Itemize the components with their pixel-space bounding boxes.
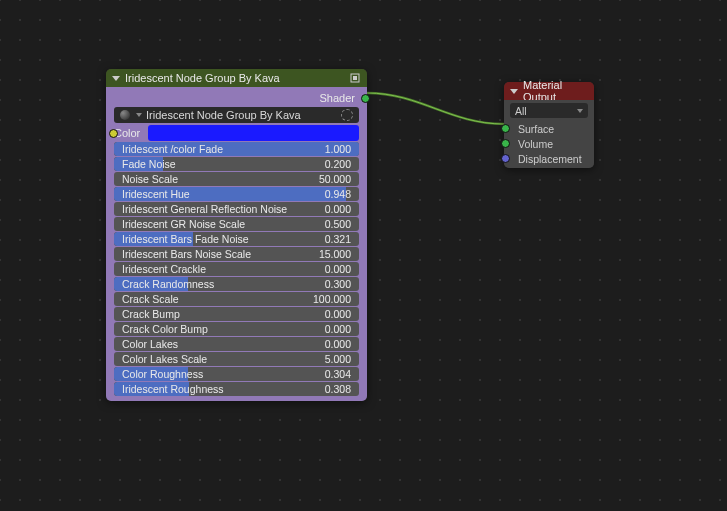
- slider-value: 0.000: [325, 338, 359, 350]
- slider-label: Color Roughness: [114, 368, 203, 380]
- volume-input-socket[interactable]: [501, 139, 510, 148]
- slider-noise-scale[interactable]: Noise Scale50.000: [114, 172, 359, 186]
- slider-value: 0.300: [325, 278, 359, 290]
- slider-label: Iridescent Hue: [114, 188, 190, 200]
- node-options-icon[interactable]: [349, 72, 361, 84]
- slider-crack-color-bump[interactable]: Crack Color Bump0.000: [114, 322, 359, 336]
- slider-crack-scale[interactable]: Crack Scale100.000: [114, 292, 359, 306]
- node-body: Shader Iridescent Node Group By Kava Col…: [106, 87, 367, 401]
- slider-value: 1.000: [325, 143, 359, 155]
- slider-iridescent-bars-noise-scale[interactable]: Iridescent Bars Noise Scale15.000: [114, 247, 359, 261]
- slider-value: 0.000: [325, 263, 359, 275]
- slider-iridescent-general-reflection-noise[interactable]: Iridescent General Reflection Noise0.000: [114, 202, 359, 216]
- slider-value: 0.321: [325, 233, 359, 245]
- slider-iridescent-hue[interactable]: Iridescent Hue0.948: [114, 187, 359, 201]
- volume-input-row: Volume: [506, 136, 592, 151]
- material-output-node[interactable]: Material Output All SurfaceVolumeDisplac…: [504, 82, 594, 168]
- nodegroup-type-selector[interactable]: Iridescent Node Group By Kava: [114, 107, 359, 123]
- slider-label: Iridescent Crackle: [114, 263, 206, 275]
- slider-label: Iridescent Bars Noise Scale: [114, 248, 251, 260]
- nodegroup-type-name: Iridescent Node Group By Kava: [146, 109, 301, 121]
- slider-value: 0.000: [325, 203, 359, 215]
- surface-label: Surface: [518, 123, 554, 135]
- slider-label: Noise Scale: [114, 173, 178, 185]
- slider-label: Color Lakes Scale: [114, 353, 207, 365]
- color-label: Color: [114, 127, 144, 139]
- slider-label: Color Lakes: [114, 338, 178, 350]
- shader-output-socket[interactable]: [361, 94, 370, 103]
- displacement-label: Displacement: [518, 153, 582, 165]
- output-shader-label: Shader: [320, 92, 355, 104]
- slider-label: Crack Scale: [114, 293, 179, 305]
- node-header[interactable]: Material Output: [504, 82, 594, 100]
- slider-label: Iridescent GR Noise Scale: [114, 218, 245, 230]
- slider-color-lakes-scale[interactable]: Color Lakes Scale5.000: [114, 352, 359, 366]
- slider-color-lakes[interactable]: Color Lakes0.000: [114, 337, 359, 351]
- slider-color-roughness[interactable]: Color Roughness0.304: [114, 367, 359, 381]
- slider-value: 100.000: [313, 293, 359, 305]
- slider-value: 0.000: [325, 323, 359, 335]
- surface-input-socket[interactable]: [501, 124, 510, 133]
- slider-value: 0.200: [325, 158, 359, 170]
- chevron-down-icon: [136, 113, 142, 117]
- slider-label: Crack Color Bump: [114, 323, 208, 335]
- material-sphere-icon: [120, 110, 130, 120]
- svg-rect-1: [353, 76, 357, 80]
- color-input-row: Color: [114, 125, 359, 141]
- displacement-input-socket[interactable]: [501, 154, 510, 163]
- output-target-dropdown[interactable]: All: [510, 103, 588, 118]
- slider-value: 15.000: [319, 248, 359, 260]
- slider-value: 5.000: [325, 353, 359, 365]
- node-title: Iridescent Node Group By Kava: [125, 72, 280, 84]
- slider-label: Iridescent Roughness: [114, 383, 224, 395]
- slider-iridescent-crackle[interactable]: Iridescent Crackle0.000: [114, 262, 359, 276]
- slider-value: 0.500: [325, 218, 359, 230]
- slider-crack-bump[interactable]: Crack Bump0.000: [114, 307, 359, 321]
- slider-iridescent-roughness[interactable]: Iridescent Roughness0.308: [114, 382, 359, 396]
- unlink-icon[interactable]: [341, 109, 353, 121]
- node-body: All SurfaceVolumeDisplacement: [504, 100, 594, 168]
- output-shader-row: Shader: [108, 89, 365, 107]
- slider-label: Fade Noise: [114, 158, 176, 170]
- surface-input-row: Surface: [506, 121, 592, 136]
- slider-label: Crack Bump: [114, 308, 180, 320]
- slider-value: 50.000: [319, 173, 359, 185]
- slider-value: 0.948: [325, 188, 359, 200]
- chevron-down-icon: [577, 109, 583, 113]
- slider-label: Crack Randomness: [114, 278, 214, 290]
- slider-iridescent-bars-fade-noise[interactable]: Iridescent Bars Fade Noise0.321: [114, 232, 359, 246]
- volume-label: Volume: [518, 138, 553, 150]
- slider-label: Iridescent /color Fade: [114, 143, 223, 155]
- chevron-down-icon: [112, 76, 120, 81]
- color-swatch[interactable]: [148, 125, 359, 141]
- slider-label: Iridescent Bars Fade Noise: [114, 233, 249, 245]
- slider-fade-noise[interactable]: Fade Noise0.200: [114, 157, 359, 171]
- slider-crack-randomness[interactable]: Crack Randomness0.300: [114, 277, 359, 291]
- slider-value: 0.000: [325, 308, 359, 320]
- chevron-down-icon: [510, 89, 518, 94]
- slider-iridescent-color-fade[interactable]: Iridescent /color Fade1.000: [114, 142, 359, 156]
- output-target-value: All: [515, 105, 527, 117]
- slider-value: 0.308: [325, 383, 359, 395]
- iridescent-node-group[interactable]: Iridescent Node Group By Kava Shader Iri…: [106, 69, 367, 401]
- color-input-socket[interactable]: [109, 129, 118, 138]
- slider-value: 0.304: [325, 368, 359, 380]
- slider-label: Iridescent General Reflection Noise: [114, 203, 287, 215]
- node-header[interactable]: Iridescent Node Group By Kava: [106, 69, 367, 87]
- slider-iridescent-gr-noise-scale[interactable]: Iridescent GR Noise Scale0.500: [114, 217, 359, 231]
- displacement-input-row: Displacement: [506, 151, 592, 166]
